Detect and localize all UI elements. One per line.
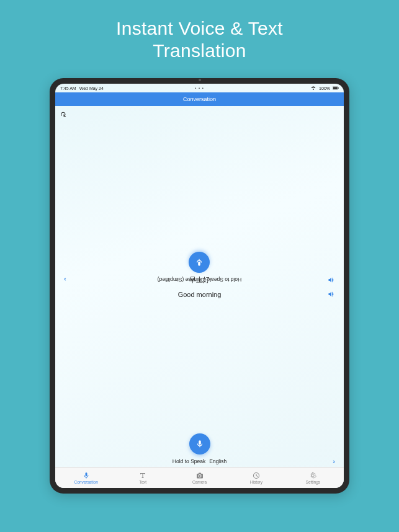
status-right: 100% (310, 86, 339, 91)
app-screen: 7:45 AM Wed May 24 • • • 100% Conversati… (55, 84, 344, 488)
tab-label: Text (139, 480, 146, 484)
chevron-right-icon: › (333, 458, 335, 465)
status-date: Wed May 24 (79, 86, 104, 91)
camera-icon (196, 472, 204, 479)
translated-text-row: 早上好 (64, 275, 335, 285)
svg-rect-1 (333, 87, 338, 89)
tab-label: Camera (192, 480, 207, 484)
tab-label: Settings (306, 480, 321, 484)
wifi-icon (310, 86, 316, 91)
conversation-area: ↻ Hold to Speak Chinese (Simplified) › 早… (55, 106, 344, 467)
tab-bar: Conversation Text Camera History Setting… (55, 467, 344, 488)
headline-line2: Translation (153, 40, 246, 61)
tab-camera[interactable]: Camera (171, 472, 228, 484)
translated-text: 早上好 (189, 275, 210, 285)
tab-history[interactable]: History (228, 472, 284, 484)
tab-text[interactable]: Text (114, 472, 171, 484)
mic-icon (195, 440, 204, 448)
marketing-headline: Instant Voice & Text Translation (116, 17, 283, 62)
top-mic-button[interactable] (189, 252, 210, 273)
svg-rect-2 (338, 87, 339, 89)
bottom-language-selector[interactable]: Hold to Speak English › (55, 454, 344, 467)
battery-icon (333, 86, 339, 91)
tab-label: Conversation (74, 480, 98, 484)
nav-title: Conversation (183, 96, 216, 102)
top-speaker-panel: Hold to Speak Chinese (Simplified) › (55, 106, 344, 286)
hold-to-speak-label: Hold to Speak (173, 458, 205, 464)
headline-line1: Instant Voice & Text (116, 18, 283, 38)
speaker-icon[interactable] (328, 276, 335, 283)
status-left: 7:45 AM Wed May 24 (60, 86, 104, 91)
tab-conversation[interactable]: Conversation (58, 472, 114, 484)
battery-percent: 100% (319, 86, 330, 91)
multitask-dots-icon: • • • (195, 86, 204, 90)
history-icon (253, 472, 260, 479)
bottom-speaker-panel: Hold to Speak English › (55, 286, 344, 467)
status-bar: 7:45 AM Wed May 24 • • • 100% (55, 84, 344, 92)
mic-icon (195, 258, 204, 267)
mic-icon (83, 472, 90, 479)
bottom-mic-button[interactable] (189, 433, 210, 454)
gear-icon (309, 472, 316, 479)
tab-settings[interactable]: Settings (285, 472, 341, 484)
navigation-bar: Conversation (55, 92, 344, 106)
status-time: 7:45 AM (60, 86, 76, 91)
tab-label: History (250, 480, 262, 484)
bottom-language-name: English (209, 458, 226, 464)
tablet-device-frame: 7:45 AM Wed May 24 • • • 100% Conversati… (50, 78, 349, 494)
text-icon (139, 472, 146, 479)
